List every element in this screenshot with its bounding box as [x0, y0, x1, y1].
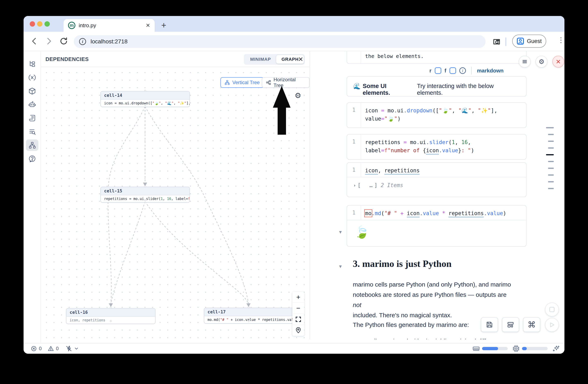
code-line: mo.md("# " + icon.value * repetitions.va… — [365, 209, 524, 217]
notebook-settings-button[interactable]: ⚙ — [536, 56, 547, 68]
gear-icon: ⚙ — [539, 58, 545, 65]
notebook-shutdown-button[interactable]: ✕ — [552, 56, 564, 68]
stop-button[interactable] — [545, 303, 559, 316]
site-info-icon[interactable]: i — [79, 38, 86, 45]
edge-cell15-cell17 — [145, 201, 249, 304]
layout-button[interactable] — [502, 317, 519, 332]
code-cell-slider[interactable]: 1 repetitions = mo.ui.slider(1, 16, labe… — [347, 134, 526, 160]
markdown-cell-controls: r f i markdown — [347, 65, 526, 77]
r-toggle-label: r — [429, 68, 431, 74]
leaf-output-emoji: 🍃 — [355, 225, 369, 239]
items-count-label: 2 Items — [381, 182, 403, 188]
warnings-indicator[interactable]: 0 — [48, 344, 59, 354]
browser-tab[interactable]: m intro.py ✕ — [63, 19, 155, 32]
f-toggle-checkbox[interactable] — [449, 67, 456, 74]
minimap-cell-marker[interactable] — [548, 134, 554, 135]
cell-divider — [347, 220, 526, 220]
reload-icon[interactable] — [59, 36, 69, 46]
cpu-progress-bar — [522, 347, 548, 350]
bracket-open: [ — [357, 182, 361, 188]
sidebar-item-packages[interactable] — [26, 85, 38, 97]
vertical-tree-button[interactable]: Vertical Tree — [220, 77, 264, 88]
arrowhead-cell16 — [109, 303, 113, 307]
node-code: mo.md("# " + icon.value * repetitions.va… — [204, 316, 294, 323]
line-number: 1 — [347, 206, 361, 220]
graph-settings-icon[interactable]: ⚙ — [294, 91, 301, 100]
language-label[interactable]: markdown — [477, 68, 504, 74]
sidebar-item-help[interactable] — [26, 153, 38, 164]
graph-edges — [41, 67, 310, 339]
errors-indicator[interactable]: 0 — [31, 344, 42, 354]
ellipsis: … — [369, 182, 373, 188]
node-port — [144, 104, 146, 106]
browser-toolbar: i localhost:2718 Guest ⋮ — [23, 32, 565, 51]
expander-icon[interactable]: › — [353, 183, 356, 188]
sidebar-item-dependency-graph[interactable] — [26, 139, 38, 151]
run-mode-indicator[interactable] — [65, 344, 79, 354]
minimap-cell-marker[interactable] — [548, 168, 554, 169]
save-button[interactable] — [481, 317, 498, 332]
panel-close-icon[interactable]: ✕ — [298, 56, 303, 63]
back-icon[interactable] — [29, 36, 39, 46]
minimap-cell-marker[interactable] — [548, 181, 554, 182]
info-icon[interactable]: i — [459, 67, 466, 74]
tab-search-icon[interactable] — [492, 37, 502, 46]
minimap-cell-marker[interactable] — [548, 147, 554, 149]
ram-progress-bar — [482, 347, 508, 350]
sidebar-item-variables[interactable] — [26, 72, 38, 83]
minimap-cell-marker[interactable] — [548, 161, 554, 162]
new-tab-button[interactable]: + — [161, 20, 166, 30]
sidebar-item-file-explorer[interactable] — [26, 58, 38, 70]
ram-usage — [472, 344, 508, 354]
cell-minimap[interactable] — [546, 127, 554, 191]
node-port — [144, 185, 146, 187]
node-port — [144, 200, 146, 201]
zoom-out-button[interactable]: − — [292, 303, 304, 314]
locate-button[interactable] — [292, 325, 304, 336]
code-cell-markdown-expr[interactable]: 1 mo.md("# " + icon.value * repetitions.… — [347, 205, 526, 247]
profile-avatar-icon — [517, 38, 524, 45]
markdown-cell[interactable]: 1 ""🌊 Some UI elements.** Try interactin… — [347, 51, 526, 64]
graph-canvas[interactable]: Vertical Tree Horizontal Tree ⚙ cell-14 … — [41, 67, 310, 339]
collapse-section-icon[interactable]: ▾ — [339, 263, 342, 269]
notebook-menu-button[interactable] — [519, 56, 531, 68]
sidebar-item-scratchpad[interactable] — [26, 112, 38, 124]
section-heading: 3. marimo is just Python — [353, 258, 452, 269]
window-minimize-button[interactable] — [37, 21, 42, 27]
forward-icon[interactable] — [44, 36, 54, 46]
browser-window: m intro.py ✕ + i localhost:2718 — [23, 16, 565, 354]
shortcuts-button[interactable]: ⌘ — [523, 317, 540, 332]
run-button[interactable] — [545, 318, 559, 332]
r-toggle-checkbox[interactable] — [435, 67, 441, 74]
minimap-cell-marker[interactable] — [548, 141, 554, 142]
minimap-cell-marker[interactable] — [546, 127, 554, 128]
line-number: 1 — [347, 163, 361, 177]
url-bar[interactable]: i localhost:2718 — [74, 35, 485, 48]
tab-close-icon[interactable]: ✕ — [146, 22, 150, 29]
code-cell-dropdown[interactable]: 1 icon = mo.ui.dropdown(["🍃", "🌊", "✨"],… — [347, 102, 526, 128]
markdown-output: 🌊 Some UI elements. Try interacting with… — [347, 76, 526, 96]
errors-count: 0 — [39, 346, 42, 351]
edge-cell14-cell16 — [108, 106, 145, 304]
minimap-cell-marker[interactable] — [546, 154, 554, 155]
collapse-output-icon[interactable]: ▾ — [339, 229, 342, 235]
ai-assistant-button[interactable] — [552, 344, 560, 354]
toggle-minimap[interactable]: MINIMAP — [245, 55, 276, 64]
node-title: cell-17 — [204, 308, 294, 316]
browser-menu-icon[interactable]: ⋮ — [557, 36, 565, 44]
window-close-button[interactable] — [30, 21, 35, 27]
code-line: the below elements. — [365, 52, 524, 61]
minimap-cell-marker[interactable] — [548, 188, 554, 189]
code-line: repetitions = mo.ui.slider(1, 16, — [365, 138, 524, 146]
minimap-cell-marker[interactable] — [548, 174, 554, 176]
sidebar-item-logs[interactable] — [26, 126, 38, 137]
screenshot-stage: m intro.py ✕ + i localhost:2718 — [0, 0, 588, 384]
zoom-in-button[interactable]: + — [292, 292, 304, 303]
code-line: value="🍃") — [365, 115, 524, 123]
profile-button[interactable]: Guest — [512, 35, 546, 48]
sidebar-item-ai-assistant[interactable] — [26, 99, 38, 110]
fit-view-button[interactable] — [292, 314, 304, 325]
window-zoom-button[interactable] — [44, 21, 50, 27]
close-icon: ✕ — [556, 58, 561, 65]
code-cell-tuple[interactable]: 1 icon, repetitions › [ … ] 2 Items — [347, 162, 526, 197]
